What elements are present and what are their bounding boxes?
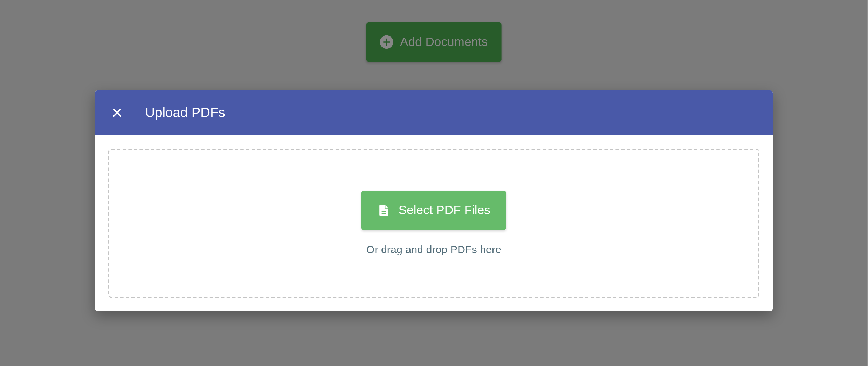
- close-icon: [110, 106, 124, 119]
- close-button[interactable]: [108, 104, 126, 122]
- svg-rect-1: [382, 213, 386, 214]
- modal-body: Select PDF Files Or drag and drop PDFs h…: [95, 135, 773, 311]
- file-document-icon: [377, 204, 391, 217]
- select-pdf-files-button[interactable]: Select PDF Files: [361, 191, 506, 230]
- modal-header: Upload PDFs: [95, 90, 773, 135]
- file-dropzone[interactable]: Select PDF Files Or drag and drop PDFs h…: [108, 149, 759, 298]
- modal-title: Upload PDFs: [145, 105, 225, 121]
- svg-rect-0: [382, 211, 386, 212]
- upload-pdfs-modal: Upload PDFs Select PDF Files Or drag and…: [95, 90, 773, 311]
- drag-drop-hint: Or drag and drop PDFs here: [366, 243, 501, 256]
- select-pdf-files-label: Select PDF Files: [399, 203, 490, 218]
